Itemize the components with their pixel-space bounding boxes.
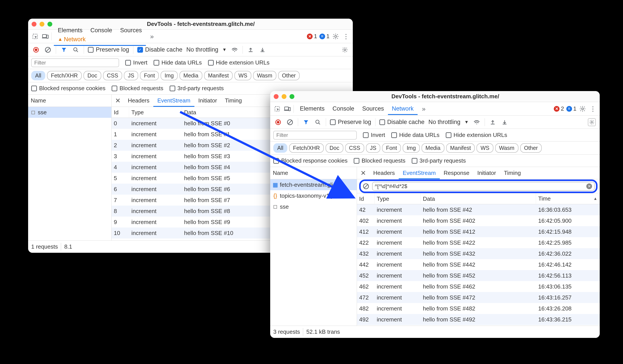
wifi-icon[interactable] (231, 46, 239, 54)
throttling-select[interactable]: No throttling (428, 119, 460, 125)
event-row[interactable]: 482incrementhello from SSE #48216:43:26.… (357, 303, 600, 314)
request-row[interactable]: ▦fetch-eventstream.gli… (270, 179, 357, 190)
filter-input[interactable] (31, 58, 119, 67)
detail-tab-initiator[interactable]: Initiator (473, 167, 500, 178)
chevron-down-icon[interactable]: ▼ (222, 47, 227, 52)
close-window-button[interactable] (274, 94, 279, 99)
type-pill-doc[interactable]: Doc (326, 143, 343, 153)
detail-tab-headers[interactable]: Headers (369, 167, 399, 178)
panel-tab-elements[interactable]: Elements (54, 25, 87, 36)
panel-tab-console[interactable]: Console (329, 103, 358, 114)
type-pill-wasm[interactable]: Wasm (495, 143, 518, 153)
third-party-checkbox[interactable]: 3rd-party requests (170, 85, 224, 92)
type-pill-js[interactable]: JS (366, 143, 380, 153)
zoom-window-button[interactable] (47, 22, 52, 27)
type-pill-all[interactable]: All (31, 71, 45, 80)
inspect-icon[interactable] (273, 105, 281, 113)
detail-tab-eventstream[interactable]: EventStream (399, 167, 440, 179)
event-row[interactable]: 432incrementhello from SSE #43216:42:36.… (357, 248, 600, 259)
request-row[interactable]: {}topics-taxonomy-v1.j… (270, 190, 357, 201)
panel-tab-sources[interactable]: Sources (116, 25, 146, 36)
request-row[interactable]: sse (28, 107, 111, 118)
hide-data-urls-checkbox[interactable]: Hide data URLs (391, 132, 440, 139)
blocked-cookies-checkbox[interactable]: Blocked response cookies (31, 85, 106, 92)
event-row[interactable]: 402incrementhello from SSE #40216:42:05.… (357, 215, 600, 226)
close-window-button[interactable] (32, 22, 37, 27)
event-row[interactable]: 422incrementhello from SSE #42216:42:25.… (357, 237, 600, 248)
preserve-log-checkbox[interactable]: Preserve log (330, 119, 371, 125)
type-pill-css[interactable]: CSS (103, 71, 122, 80)
settings-icon[interactable] (332, 32, 340, 40)
blocked-cookies-checkbox[interactable]: Blocked response cookies (273, 157, 348, 164)
type-pill-font[interactable]: Font (382, 143, 401, 153)
clear-button[interactable] (44, 46, 52, 54)
type-pill-fetch-xhr[interactable]: Fetch/XHR (47, 71, 82, 80)
detail-tab-initiator[interactable]: Initiator (194, 95, 221, 106)
zoom-window-button[interactable] (289, 94, 294, 99)
clear-events-button[interactable] (362, 182, 370, 190)
blocked-requests-checkbox[interactable]: Blocked requests (354, 157, 405, 164)
type-pill-img[interactable]: Img (161, 71, 178, 80)
panel-tab-console[interactable]: Console (87, 25, 116, 36)
settings-icon[interactable] (588, 118, 596, 126)
event-row[interactable]: 472incrementhello from SSE #47216:43:16.… (357, 292, 600, 303)
inspect-icon[interactable] (31, 32, 39, 40)
close-icon[interactable]: ✕ (114, 97, 122, 104)
device-icon[interactable] (283, 105, 291, 113)
panel-tab-sources[interactable]: Sources (358, 103, 388, 114)
filter-input[interactable] (273, 131, 357, 140)
message-badge[interactable]: ≡1 (319, 33, 330, 40)
preserve-log-checkbox[interactable]: Preserve log (88, 46, 129, 53)
upload-icon[interactable] (489, 118, 497, 126)
filter-icon[interactable] (302, 118, 310, 126)
error-badge[interactable]: ✕2 (554, 105, 564, 112)
type-pill-img[interactable]: Img (403, 143, 420, 153)
type-pill-manifest[interactable]: Manifest (446, 143, 475, 153)
col-type[interactable]: Type (129, 107, 182, 118)
invert-checkbox[interactable]: Invert (363, 132, 385, 139)
minimize-window-button[interactable] (40, 22, 44, 27)
hide-data-urls-checkbox[interactable]: Hide data URLs (154, 59, 202, 66)
type-pill-manifest[interactable]: Manifest (204, 71, 233, 80)
col-type[interactable]: Type (375, 193, 421, 204)
detail-tab-headers[interactable]: Headers (124, 95, 153, 106)
col-id[interactable]: Id (111, 107, 129, 118)
message-badge[interactable]: ≡1 (566, 105, 577, 112)
record-button[interactable] (274, 118, 282, 126)
event-row[interactable]: 442incrementhello from SSE #44216:42:46.… (357, 259, 600, 270)
hide-extension-urls-checkbox[interactable]: Hide extension URLs (208, 59, 269, 66)
chevron-down-icon[interactable]: ▼ (464, 120, 469, 125)
detail-tab-timing[interactable]: Timing (500, 167, 525, 178)
more-tabs-icon[interactable]: » (148, 32, 156, 40)
hide-extension-urls-checkbox[interactable]: Hide extension URLs (446, 132, 507, 139)
detail-tab-timing[interactable]: Timing (221, 95, 246, 106)
clear-button[interactable] (286, 118, 294, 126)
event-row[interactable]: 452incrementhello from SSE #45216:42:56.… (357, 270, 600, 281)
wifi-icon[interactable] (473, 118, 481, 126)
event-row[interactable]: 462incrementhello from SSE #46216:43:06.… (357, 281, 600, 292)
kebab-icon[interactable]: ⋮ (589, 105, 597, 113)
panel-tab-elements[interactable]: Elements (296, 103, 329, 114)
type-pill-other[interactable]: Other (278, 71, 300, 80)
filter-icon[interactable] (60, 46, 68, 54)
type-pill-fetch-xhr[interactable]: Fetch/XHR (289, 143, 324, 153)
blocked-requests-checkbox[interactable]: Blocked requests (111, 85, 163, 92)
event-row[interactable]: 412incrementhello from SSE #41216:42:15.… (357, 226, 600, 237)
request-row[interactable]: sse (270, 201, 357, 212)
type-pill-doc[interactable]: Doc (84, 71, 101, 80)
type-pill-all[interactable]: All (273, 143, 287, 153)
search-icon[interactable] (314, 118, 322, 126)
type-pill-font[interactable]: Font (140, 71, 159, 80)
event-row[interactable]: 492incrementhello from SSE #49216:43:36.… (357, 314, 600, 325)
device-icon[interactable] (41, 32, 49, 40)
error-badge[interactable]: ✕1 (307, 33, 317, 40)
clear-input-icon[interactable]: ✕ (586, 183, 592, 189)
type-pill-ws[interactable]: WS (234, 71, 251, 80)
col-id[interactable]: Id (357, 193, 375, 204)
panel-tab-network[interactable]: Network (388, 103, 418, 115)
kebab-icon[interactable]: ⋮ (342, 32, 350, 40)
third-party-checkbox[interactable]: 3rd-party requests (412, 157, 466, 164)
disable-cache-checkbox[interactable]: Disable cache (379, 119, 425, 125)
invert-checkbox[interactable]: Invert (125, 59, 147, 66)
type-pill-js[interactable]: JS (124, 71, 138, 80)
